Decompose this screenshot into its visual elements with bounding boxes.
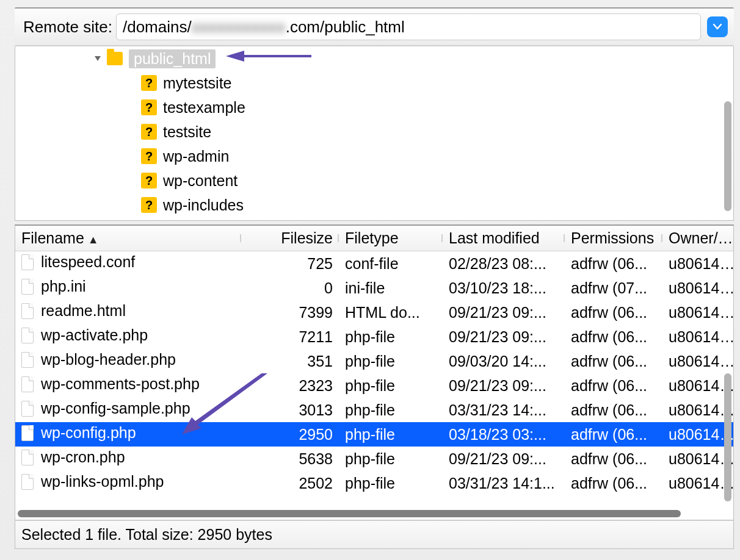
file-modified: 03/18/23 03:... (443, 426, 565, 443)
tree-item[interactable]: ?testsite (15, 120, 733, 144)
filelist-scrollbar[interactable] (724, 373, 731, 501)
file-owner: u8061490 (662, 426, 733, 443)
unknown-folder-icon: ? (141, 173, 157, 188)
file-perms: adfrw (06... (565, 353, 662, 370)
file-name: wp-comments-post.php (41, 375, 200, 393)
file-modified: 09/21/23 09:... (443, 328, 565, 346)
file-type: HTML do... (339, 304, 443, 321)
col-modified[interactable]: Last modified (443, 229, 565, 247)
file-owner: u8061490 (662, 328, 733, 346)
file-row[interactable]: wp-blog-header.php351php-file09/03/20 14… (15, 349, 733, 373)
file-icon (21, 279, 34, 295)
file-size: 5638 (241, 450, 339, 468)
file-type: conf-file (339, 255, 443, 273)
file-icon (21, 474, 34, 490)
status-bar: Selected 1 file. Total size: 2950 bytes (15, 520, 734, 549)
file-perms: adfrw (06... (565, 450, 662, 468)
file-icon (21, 401, 34, 417)
col-filename[interactable]: Filename▲ (15, 229, 241, 247)
file-row[interactable]: readme.html7399HTML do...09/21/23 09:...… (15, 300, 733, 325)
file-size: 2323 (241, 377, 339, 395)
unknown-folder-icon: ? (141, 124, 157, 140)
file-perms: adfrw (06... (565, 426, 662, 443)
file-size: 3013 (241, 401, 339, 419)
file-owner: u8061490 (662, 255, 733, 273)
tree-label: testexample (163, 99, 245, 117)
tree-item[interactable]: ?mytestsite (15, 71, 733, 95)
remote-path-field[interactable]: /domains/xxxxxxxxxxx.com/public_html (116, 13, 701, 40)
path-prefix: /domains/ (123, 18, 192, 37)
file-name: wp-cron.php (41, 448, 125, 466)
file-owner: u8061490 (662, 353, 733, 370)
column-headers: Filename▲ Filesize Filetype Last modifie… (15, 226, 733, 251)
file-row[interactable]: wp-config.php2950php-file03/18/23 03:...… (15, 422, 733, 447)
horizontal-scrollbar[interactable] (15, 508, 733, 520)
file-row[interactable]: wp-links-opml.php2502php-file03/31/23 14… (15, 471, 733, 495)
file-type: php-file (339, 377, 443, 395)
file-perms: adfrw (06... (565, 475, 662, 492)
file-owner: u8061490 (662, 475, 733, 492)
file-perms: adfrw (06... (565, 328, 662, 346)
file-icon (21, 328, 34, 343)
chevron-down-icon (713, 24, 722, 30)
file-name: wp-activate.php (41, 326, 148, 344)
file-type: php-file (339, 450, 443, 468)
file-icon (21, 450, 34, 465)
tree-item-public-html[interactable]: public_html (15, 46, 733, 71)
file-row[interactable]: wp-cron.php5638php-file09/21/23 09:...ad… (15, 447, 733, 471)
file-modified: 09/03/20 14:... (443, 353, 565, 370)
file-row[interactable]: php.ini0ini-file03/10/23 18:...adfrw (07… (15, 276, 733, 300)
file-size: 7211 (241, 328, 339, 346)
file-name: litespeed.conf (41, 253, 135, 271)
col-owner[interactable]: Owner/Gro (662, 229, 740, 247)
file-size: 725 (241, 255, 339, 273)
col-permissions[interactable]: Permissions (565, 229, 662, 247)
tree-label: wp-admin (163, 148, 229, 165)
col-filesize[interactable]: Filesize (241, 229, 339, 247)
file-perms: adfrw (06... (565, 304, 662, 321)
file-type: php-file (339, 475, 443, 492)
tree-label: wp-content (163, 172, 238, 190)
file-perms: adfrw (07... (565, 279, 662, 297)
file-row[interactable]: wp-config-sample.php3013php-file03/31/23… (15, 398, 733, 422)
chevron-down-icon[interactable] (95, 56, 101, 61)
tree-label: public_html (129, 49, 216, 68)
scrollbar-thumb[interactable] (18, 510, 681, 517)
file-row[interactable]: litespeed.conf725conf-file02/28/23 08:..… (15, 251, 733, 276)
remote-tree[interactable]: public_html ?mytestsite?testexample?test… (15, 46, 734, 221)
file-type: php-file (339, 353, 443, 370)
tree-label: mytestsite (163, 74, 232, 92)
tree-item[interactable]: ?wp-admin (15, 144, 733, 168)
tree-item[interactable]: ?wp-content (15, 168, 733, 193)
file-type: ini-file (339, 279, 443, 297)
file-name: wp-links-opml.php (41, 473, 164, 490)
unknown-folder-icon: ? (141, 197, 157, 213)
unknown-folder-icon: ? (141, 99, 157, 115)
unknown-folder-icon: ? (141, 75, 157, 91)
file-owner: u8061490 (662, 304, 733, 321)
file-icon (21, 303, 34, 319)
file-owner: u8061490 (662, 377, 733, 395)
remote-site-label: Remote site: (23, 18, 116, 37)
file-name: php.ini (41, 278, 86, 295)
tree-item[interactable]: ?wp-includes (15, 193, 733, 217)
tree-scrollbar[interactable] (724, 101, 731, 211)
file-icon (21, 425, 34, 441)
file-owner: u8061490 (662, 450, 733, 468)
file-row[interactable]: wp-activate.php7211php-file09/21/23 09:.… (15, 325, 733, 349)
tree-item[interactable]: ?testexample (15, 95, 733, 120)
file-icon (21, 254, 34, 270)
file-icon (21, 352, 34, 368)
file-type: php-file (339, 426, 443, 443)
file-list: Filename▲ Filesize Filetype Last modifie… (15, 224, 734, 520)
file-row[interactable]: wp-comments-post.php2323php-file09/21/23… (15, 373, 733, 398)
file-owner: u8061490 (662, 401, 733, 419)
file-icon (21, 376, 34, 392)
file-type: php-file (339, 401, 443, 419)
path-blurred: xxxxxxxxxxx (192, 18, 286, 37)
file-perms: adfrw (06... (565, 401, 662, 419)
path-dropdown-button[interactable] (707, 16, 728, 37)
col-filetype[interactable]: Filetype (339, 229, 443, 247)
file-size: 0 (241, 279, 339, 297)
sort-asc-icon: ▲ (88, 234, 99, 246)
